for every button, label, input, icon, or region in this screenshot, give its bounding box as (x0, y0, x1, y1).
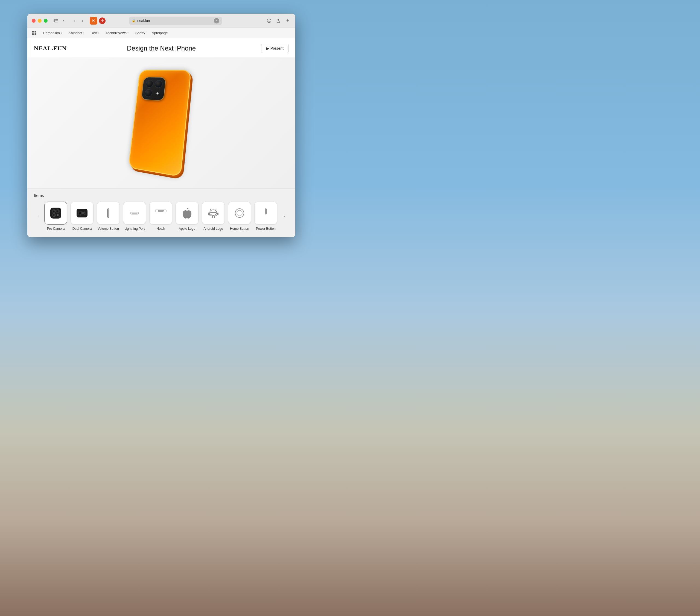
extension-icons: K ① (90, 17, 105, 25)
forward-arrow[interactable]: › (79, 17, 86, 25)
item-icon-box-notch (149, 202, 172, 224)
svg-rect-33 (212, 216, 213, 218)
svg-rect-38 (265, 209, 266, 214)
grid-dot (33, 33, 35, 34)
svg-point-11 (53, 214, 55, 216)
item-label-lightning-port: Lightning Port (124, 227, 145, 231)
nav-item-kaindorf[interactable]: Kaindorf ▾ (66, 30, 87, 36)
android-logo-svg (207, 206, 220, 220)
svg-point-12 (57, 214, 59, 216)
item-label-dual-camera: Dual Camera (73, 227, 92, 231)
svg-rect-0 (53, 19, 55, 22)
download-icon[interactable] (266, 17, 272, 24)
grid-dot (32, 34, 33, 35)
nav-arrows: ‹ › (71, 17, 86, 25)
item-label-home-button: Home Button (230, 227, 249, 231)
site-logo: NEAL.FUN (34, 45, 67, 52)
carousel-prev-arrow[interactable]: ‹ (34, 212, 43, 220)
iphone-body (128, 70, 191, 177)
power-button-svg (259, 206, 272, 220)
address-text: neal.fun (137, 18, 150, 23)
svg-point-9 (57, 210, 59, 212)
notch-svg (154, 206, 167, 220)
back-arrow[interactable]: ‹ (71, 17, 78, 25)
grid-dot (32, 31, 33, 32)
present-button[interactable]: ▶ Present (261, 44, 289, 53)
grid-dot (35, 33, 36, 34)
flash-dot (157, 92, 159, 94)
svg-line-30 (215, 209, 216, 210)
item-label-volume-button: Volume Button (98, 227, 119, 231)
new-tab-icon[interactable]: + (284, 17, 291, 24)
minimize-button[interactable] (38, 19, 41, 23)
grid-dot (35, 31, 36, 32)
item-icon-box-dual-camera (71, 202, 93, 224)
content-area: NEAL.FUN Design the Next iPhone ▶ Presen… (27, 38, 295, 237)
grid-dot (33, 34, 35, 35)
item-icon-box-power-button (254, 202, 277, 224)
chevron-down-icon[interactable]: ▾ (61, 18, 66, 24)
pro-camera-svg (49, 206, 62, 220)
extension-icon-1[interactable]: K (90, 17, 97, 25)
chevron-icon: ▾ (61, 32, 62, 35)
item-card-apple-logo[interactable]: Apple Logo (175, 202, 199, 231)
item-label-android-logo: Android Logo (203, 227, 223, 231)
apple-logo-svg (180, 206, 193, 220)
volume-button-svg (102, 206, 115, 220)
svg-rect-24 (159, 210, 163, 211)
item-icon-box-home-button (228, 202, 251, 224)
sidebar-toggle-icon[interactable] (53, 18, 59, 24)
camera-bump (141, 77, 166, 101)
item-card-lightning-port[interactable]: Lightning Port (123, 202, 147, 231)
nav-item-scotty[interactable]: Scotty (133, 30, 148, 36)
item-label-pro-camera: Pro Camera (47, 227, 65, 231)
bottom-panel: Items ‹ (27, 189, 295, 237)
item-icon-box-android-logo (202, 202, 225, 224)
item-icon-box-apple-logo (176, 202, 199, 224)
svg-rect-31 (208, 213, 209, 215)
item-card-volume-button[interactable]: Volume Button (96, 202, 120, 231)
nav-item-personal[interactable]: Persönlich ▾ (40, 30, 65, 36)
items-section-label: Items (34, 193, 289, 198)
svg-point-15 (79, 212, 82, 215)
dual-camera-svg (75, 206, 89, 220)
svg-rect-21 (132, 213, 138, 214)
item-card-power-button[interactable]: Power Button (254, 202, 278, 231)
camera-lens-2 (154, 80, 163, 88)
lightning-port-svg (128, 206, 141, 220)
svg-rect-32 (217, 213, 218, 215)
iphone-3d-model[interactable] (128, 70, 197, 184)
item-card-home-button[interactable]: Home Button (227, 202, 252, 231)
item-label-notch: Notch (157, 227, 165, 231)
chevron-icon: ▾ (127, 32, 129, 35)
svg-rect-2 (55, 21, 58, 21)
item-icon-box-volume-button (97, 202, 120, 224)
item-card-dual-camera[interactable]: Dual Camera (70, 202, 94, 231)
item-label-apple-logo: Apple Logo (179, 227, 196, 231)
item-label-power-button: Power Button (256, 227, 276, 231)
address-bar[interactable]: 🔒 neal.fun ⊕ (129, 17, 222, 25)
items-list: Pro Camera Du (44, 202, 279, 231)
carousel-next-arrow[interactable]: › (280, 212, 289, 220)
svg-point-36 (237, 210, 242, 216)
svg-point-7 (53, 210, 55, 212)
items-carousel: ‹ (34, 202, 289, 231)
svg-line-29 (210, 209, 211, 210)
item-card-pro-camera[interactable]: Pro Camera (44, 202, 68, 231)
maximize-button[interactable] (44, 19, 48, 23)
item-card-android-logo[interactable]: Android Logo (201, 202, 225, 231)
title-bar-controls: ▾ (53, 18, 66, 24)
traffic-lights (32, 19, 48, 23)
share-icon[interactable] (275, 17, 282, 24)
verify-button[interactable]: ⊕ (214, 18, 219, 24)
nav-item-apfelpage[interactable]: Apfelpage (149, 30, 171, 36)
extension-icon-2[interactable]: ① (99, 17, 105, 24)
close-button[interactable] (32, 19, 36, 23)
apps-grid-icon[interactable] (32, 31, 36, 35)
nav-item-techniknews[interactable]: TechnikNews ▾ (103, 30, 132, 36)
nav-item-dev[interactable]: Dev ▾ (88, 30, 102, 36)
item-icon-box-lightning-port (123, 202, 146, 224)
lock-icon: 🔒 (132, 19, 136, 22)
home-button-svg (233, 206, 246, 220)
item-card-notch[interactable]: Notch (149, 202, 173, 231)
